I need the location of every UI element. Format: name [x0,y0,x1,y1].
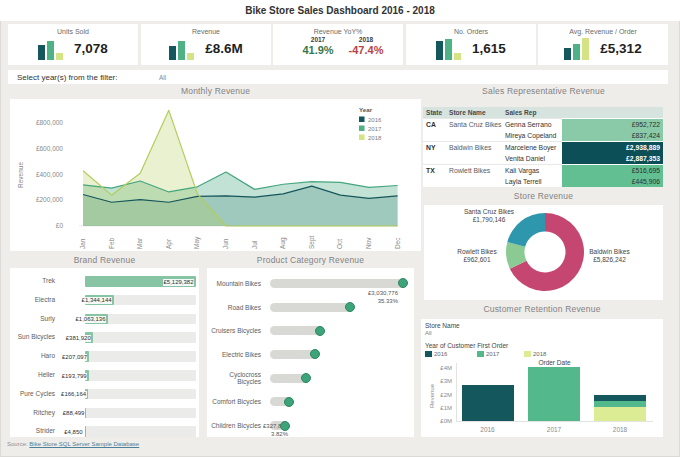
brand-bar-track [85,351,196,362]
brand-row-pure-cycles[interactable]: Pure Cycles£166,164 [10,385,199,404]
brand-label: Strider [36,427,55,434]
category-row-cruisers-bicycles[interactable]: Cruisers Bicycles [207,320,414,342]
brand-row-strider[interactable]: Strider£4,850 [10,422,199,441]
category-label: Mountain Bikes [209,280,261,288]
kpi-card-avg-revenue-order: Avg. Revenue / Order£5,312 [538,24,668,65]
kpi-card-revenue-yoy: Revenue YoY%201741.9%2018-47.4% [273,24,403,65]
brand-row-ritchey[interactable]: Ritchey£88,499 [10,404,199,423]
kpi-mini-bar [582,38,589,60]
sales-rep-cell [446,153,502,165]
monthly-x-tick: Oct [336,239,343,249]
retention-y-tick: £4M [421,365,452,371]
monthly-y-tick: £400,000 [36,171,63,178]
retention-legend-swatch [425,351,432,358]
brand-label: Heller [38,371,55,378]
brand-row-haro[interactable]: Haro£207,097 [10,347,199,366]
brand-bar-track [85,370,196,381]
category-dot [398,278,408,288]
retention-y-axis-line [456,363,457,421]
store-revenue-chart[interactable]: Baldwin Bikes£5,826,242Rowlett Bikes£962… [424,205,663,300]
store-revenue-label: Rowlett Bikes£962,601 [457,248,496,263]
store-revenue-label-value: £962,601 [457,256,496,264]
sales-rep-cell: NY [423,141,446,153]
monthly-legend-item[interactable]: 2016 [368,117,382,123]
kpi-mini-bar [47,41,54,60]
monthly-revenue-chart[interactable]: Revenue£0£200,000£400,000£600,000£800,00… [10,99,421,251]
year-filter-label: Select year(s) from the filter: [17,73,117,82]
monthly-revenue-svg: Revenue£0£200,000£400,000£600,000£800,00… [10,99,421,251]
brand-value-label: £193,799 [61,373,87,380]
sales-rep-cell: CA [423,118,446,130]
year-filter-value[interactable]: All [159,74,166,81]
sales-rep-table[interactable]: StateStore NameSales RepCASanta Cruz Bik… [423,107,663,184]
retention-bar-2016[interactable] [462,385,514,421]
kpi-label: No. Orders [406,28,536,35]
category-row-children-bicycles[interactable]: Children Bicycles [207,415,414,437]
year-filter[interactable]: Select year(s) from the filter: All [8,70,668,84]
monthly-legend-item[interactable]: 2018 [368,135,382,141]
store-revenue-title: Store Revenue [424,191,663,201]
retention-store-name-value[interactable]: All [425,330,432,336]
brand-bar-track [85,408,196,419]
sales-rep-cell: Marcelene Boyer [502,141,562,153]
sales-rep-col-header: Sales Rep [502,107,562,118]
retention-store-name-label: Store Name [425,322,460,329]
category-dot [310,349,320,359]
retention-segment-2017 [594,401,646,407]
monthly-y-tick: £0 [56,222,64,229]
sales-rep-row[interactable]: Layla Terrell£445,906 [423,176,663,187]
category-annotation-line: £3,030,776 [368,289,398,297]
source-link[interactable]: Bike Store SQL Server Sample Database [29,441,139,447]
category-annotation: £3,030,77635.33% [368,289,398,305]
brand-value-label: £88,499 [62,410,85,417]
brand-row-sun-bicycles[interactable]: Sun Bicycles£381,920 [10,328,199,347]
brand-row-surly[interactable]: Surly£1,063,136 [10,310,199,329]
monthly-x-tick: Jun [222,238,229,249]
store-revenue-label: Baldwin Bikes£5,826,242 [589,248,629,263]
customer-retention-chart[interactable]: Store NameAllYear of Customer First Orde… [421,319,663,437]
category-label: Electric Bikes [209,351,261,359]
monthly-x-tick: Jan [79,238,86,249]
brand-bar-track [85,426,196,437]
kpi-mini-bar [187,53,194,61]
retention-legend-item-2018[interactable]: 2018 [524,351,564,358]
sales-rep-row[interactable]: NYBaldwin BikesMarcelene Boyer£2,938,889 [423,141,663,153]
kpi-label: Revenue [141,28,271,35]
retention-legend-label: 2016 [434,351,447,358]
retention-x-tick: 2016 [480,426,494,433]
sales-rep-row[interactable]: CASanta Cruz BikesGenna Serrano£952,722 [423,118,663,130]
kpi-mini-bar [445,39,452,60]
brand-revenue-chart[interactable]: Trek£5,129,382Electra£1,344,144Surly£1,0… [10,268,199,437]
kpi-mini-bar-chart [38,37,65,60]
brand-value-label: £4,850 [64,429,83,436]
monthly-x-tick: Jul [251,240,258,249]
brand-label: Electra [35,296,55,303]
retention-legend-swatch [477,351,484,358]
brand-value-label: £1,344,144 [81,297,112,304]
brand-row-trek[interactable]: Trek£5,129,382 [10,272,199,291]
brand-revenue-title: Brand Revenue [10,255,199,265]
retention-bar-2017[interactable] [528,367,580,421]
category-row-comfort-bicycles[interactable]: Comfort Bicycles [207,391,414,413]
category-label: Cruisers Bicycles [209,327,261,335]
retention-segment-2018 [594,407,646,421]
brand-row-electra[interactable]: Electra£1,344,144 [10,291,199,310]
sales-rep-row[interactable]: TXRowlett BikesKali Vargas£516,695 [423,164,663,176]
brand-label: Haro [41,352,55,359]
source-footer: Source: Bike Store SQL Server Sample Dat… [7,441,139,447]
sales-rep-row[interactable]: Venita Daniel£2,887,353 [423,153,663,165]
monthly-y-tick: £800,000 [36,119,63,126]
monthly-legend-item[interactable]: 2017 [368,126,382,132]
retention-legend-item-2017[interactable]: 2017 [477,351,517,358]
retention-bar-2018[interactable] [594,395,646,421]
category-row-electric-bikes[interactable]: Electric Bikes [207,343,414,365]
monthly-y-tick: £600,000 [36,145,63,152]
retention-legend-item-2016[interactable]: 2016 [425,351,465,358]
sales-rep-row[interactable]: Mireya Copeland£837,424 [423,130,663,142]
product-category-chart[interactable]: Mountain BikesRoad BikesCruisers Bicycle… [207,268,414,437]
category-dot [284,397,294,407]
kpi-yoy-columns: 201741.9%2018-47.4% [273,36,403,56]
category-label: Children Bicycles [209,422,261,430]
brand-row-heller[interactable]: Heller£193,799 [10,366,199,385]
category-row-cyclocross-bicycles[interactable]: Cyclocross Bicycles [207,367,414,389]
